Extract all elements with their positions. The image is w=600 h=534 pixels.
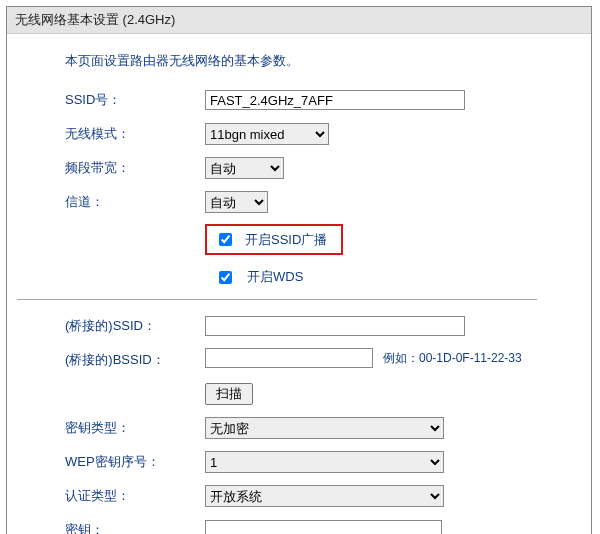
wds-checkbox[interactable]	[219, 271, 232, 284]
wep-index-label: WEP密钥序号：	[65, 453, 205, 471]
encryption-type-label: 密钥类型：	[65, 419, 205, 437]
bridge-bssid-input[interactable]	[205, 348, 373, 368]
wds-label: 开启WDS	[247, 268, 303, 286]
bridge-ssid-input[interactable]	[205, 316, 465, 336]
bridge-ssid-label: (桥接的)SSID：	[65, 317, 205, 335]
ssid-broadcast-highlight: 开启SSID广播	[205, 224, 343, 255]
encryption-type-select[interactable]: 无加密	[205, 417, 444, 439]
divider	[17, 299, 537, 300]
wep-index-select[interactable]: 1	[205, 451, 444, 473]
intro-text: 本页面设置路由器无线网络的基本参数。	[65, 52, 579, 70]
key-input[interactable]	[205, 520, 442, 534]
channel-label: 信道：	[65, 193, 205, 211]
ssid-input[interactable]	[205, 90, 465, 110]
panel-title: 无线网络基本设置 (2.4GHz)	[7, 7, 591, 34]
scan-button[interactable]: 扫描	[205, 383, 253, 405]
auth-type-label: 认证类型：	[65, 487, 205, 505]
wireless-mode-label: 无线模式：	[65, 125, 205, 143]
ssid-broadcast-checkbox[interactable]	[219, 233, 232, 246]
panel-body: 本页面设置路由器无线网络的基本参数。 SSID号： 无线模式： 11bgn mi…	[7, 34, 591, 534]
wireless-basic-settings-panel: 无线网络基本设置 (2.4GHz) 本页面设置路由器无线网络的基本参数。 SSI…	[6, 6, 592, 534]
wireless-mode-select[interactable]: 11bgn mixed	[205, 123, 329, 145]
ssid-broadcast-label: 开启SSID广播	[245, 231, 327, 249]
channel-select[interactable]: 自动	[205, 191, 268, 213]
bssid-hint: 例如：00-1D-0F-11-22-33	[383, 350, 522, 367]
bandwidth-select[interactable]: 自动	[205, 157, 284, 179]
auth-type-select[interactable]: 开放系统	[205, 485, 444, 507]
ssid-label: SSID号：	[65, 91, 205, 109]
bridge-bssid-label: (桥接的)BSSID：	[65, 348, 205, 369]
bandwidth-label: 频段带宽：	[65, 159, 205, 177]
key-label: 密钥：	[65, 521, 205, 534]
